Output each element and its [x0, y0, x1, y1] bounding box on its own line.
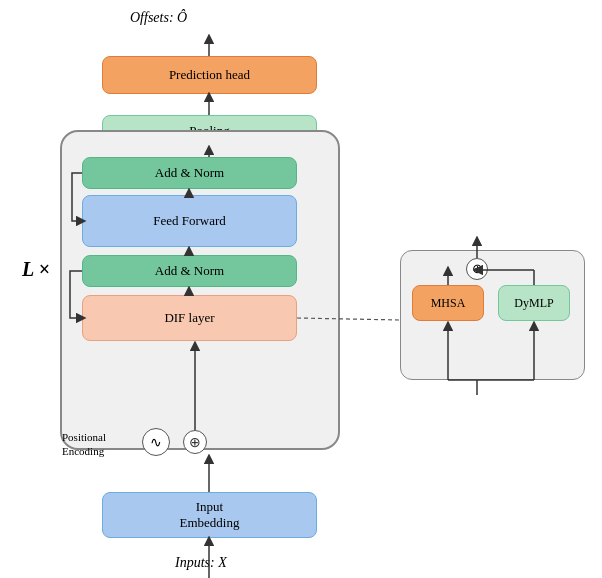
offsets-label: Offsets: Ô	[130, 10, 187, 26]
feed-forward-block: Feed Forward	[82, 195, 297, 247]
lx-label: L ×	[22, 258, 50, 281]
input-embedding-block: InputEmbedding	[102, 492, 317, 538]
dymlp-block: DyMLP	[498, 285, 570, 321]
prediction-head-block: Prediction head	[102, 56, 317, 94]
dif-layer-block: DIF layer	[82, 295, 297, 341]
add-norm-top-block: Add & Norm	[82, 157, 297, 189]
detail-plus-symbol: ⊕	[466, 258, 488, 280]
positional-add-symbol: ⊕	[183, 430, 207, 454]
sine-wave-symbol: ∿	[142, 428, 170, 456]
diagram: Offsets: Ô Prediction head Pooling L × A…	[0, 0, 602, 578]
positional-encoding-label: Positional Encoding	[62, 430, 137, 459]
add-norm-bottom-block: Add & Norm	[82, 255, 297, 287]
inputs-label: Inputs: X	[175, 555, 227, 571]
mhsa-block: MHSA	[412, 285, 484, 321]
